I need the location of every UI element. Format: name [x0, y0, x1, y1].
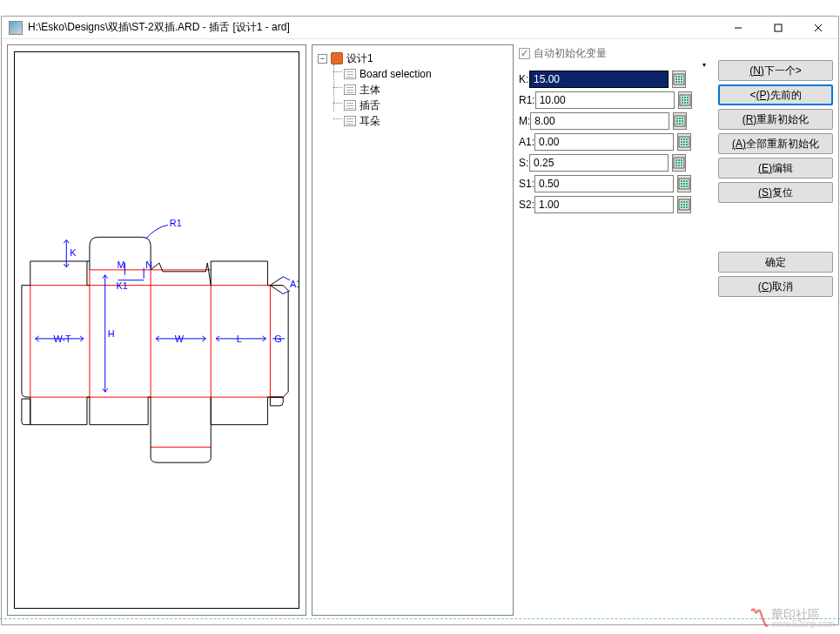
- svg-rect-69: [683, 206, 685, 208]
- svg-rect-19: [684, 102, 686, 104]
- keypad-button[interactable]: [678, 91, 692, 109]
- title-bar: H:\Esko\Designs\双插\ST-2双插.ARD - 插舌 [设计1 …: [2, 17, 838, 39]
- button-column: (N)下一个> <(P)先前的 (R)重新初始化 (A)全部重新初始化 (E)编…: [718, 60, 833, 297]
- param-row: R1:: [519, 91, 686, 109]
- svg-rect-3: [678, 76, 680, 78]
- param-input[interactable]: [534, 196, 674, 213]
- svg-rect-50: [681, 165, 682, 166]
- tree-item-board[interactable]: Board selection: [314, 66, 511, 82]
- label-l: L: [237, 334, 242, 344]
- svg-rect-34: [686, 138, 688, 140]
- preview-canvas: W-T H W L G K R1 M N K1 A1: [14, 51, 299, 609]
- label-h: H: [108, 328, 115, 339]
- collapse-icon[interactable]: −: [318, 54, 327, 64]
- leaf-icon: [344, 100, 356, 111]
- tree-item-tuck[interactable]: 插舌: [314, 98, 511, 113]
- svg-rect-65: [681, 204, 682, 206]
- leaf-icon: [344, 84, 356, 95]
- param-input[interactable]: [529, 71, 669, 88]
- keypad-button[interactable]: [677, 175, 691, 192]
- reset-button[interactable]: (S)复位: [718, 182, 833, 203]
- svg-rect-57: [686, 183, 688, 185]
- svg-rect-63: [683, 201, 685, 203]
- label-r1: R1: [170, 218, 182, 228]
- next-button[interactable]: (N)下一个>: [718, 60, 833, 81]
- svg-rect-36: [683, 141, 685, 143]
- param-row: S:: [519, 154, 686, 172]
- param-input[interactable]: [530, 112, 669, 130]
- svg-rect-47: [681, 162, 682, 164]
- label-m: M: [118, 260, 125, 270]
- svg-rect-9: [678, 81, 680, 83]
- tree-item-body[interactable]: 主体: [314, 82, 511, 98]
- keypad-button[interactable]: [677, 196, 691, 213]
- param-label: K:: [519, 73, 529, 85]
- keypad-button[interactable]: [677, 133, 691, 151]
- reinit-button[interactable]: (R)重新初始化: [718, 109, 833, 130]
- svg-rect-22: [676, 118, 678, 119]
- svg-rect-35: [681, 141, 682, 143]
- tree-item-label: Board selection: [360, 68, 432, 80]
- ok-button[interactable]: 确定: [718, 252, 833, 273]
- tree-root[interactable]: − 设计1: [314, 51, 511, 66]
- svg-rect-44: [681, 159, 682, 161]
- svg-rect-20: [687, 102, 689, 104]
- svg-rect-14: [687, 97, 689, 98]
- design-icon: [331, 52, 343, 64]
- client-area: W-T H W L G K R1 M N K1 A1: [2, 39, 838, 624]
- svg-rect-70: [686, 206, 688, 208]
- param-row: M:: [519, 112, 686, 130]
- svg-rect-43: [678, 159, 680, 161]
- svg-rect-54: [686, 180, 688, 182]
- param-label: S2:: [519, 199, 534, 211]
- svg-rect-45: [675, 162, 677, 164]
- auto-init-label: 自动初始化变量: [534, 46, 607, 61]
- tree-item-ear[interactable]: 耳朵: [314, 113, 511, 129]
- svg-rect-4: [681, 76, 682, 78]
- svg-rect-24: [682, 118, 683, 119]
- auto-init-checkbox[interactable]: ✓: [519, 48, 530, 59]
- tree-item-label: 主体: [360, 83, 380, 98]
- close-button[interactable]: [798, 17, 838, 39]
- param-label: S1:: [519, 178, 534, 190]
- svg-rect-38: [681, 144, 682, 145]
- prev-button[interactable]: <(P)先前的: [718, 84, 833, 105]
- param-label: R1:: [519, 94, 535, 106]
- maximize-button[interactable]: [758, 17, 798, 39]
- leaf-icon: [344, 69, 356, 79]
- parameter-list: K:R1:M:A1:S:S1:S2:: [519, 71, 686, 213]
- svg-rect-13: [684, 97, 686, 98]
- keypad-button[interactable]: [673, 112, 687, 130]
- svg-rect-17: [687, 99, 689, 101]
- param-input[interactable]: [529, 154, 669, 172]
- svg-rect-37: [686, 141, 688, 143]
- reinit-all-button[interactable]: (A)全部重新初始化: [718, 133, 833, 154]
- svg-rect-12: [682, 97, 683, 98]
- param-row: S1:: [519, 175, 686, 192]
- svg-rect-29: [679, 123, 681, 125]
- tree-item-label: 插舌: [360, 98, 380, 113]
- keypad-button[interactable]: [672, 154, 686, 172]
- label-k: K: [70, 247, 77, 258]
- param-input[interactable]: [534, 175, 674, 192]
- svg-rect-28: [676, 123, 678, 125]
- param-label: A1:: [519, 136, 534, 148]
- keypad-button[interactable]: [672, 71, 686, 88]
- edit-button[interactable]: (E)编辑: [718, 158, 833, 179]
- minimize-button[interactable]: [718, 17, 758, 39]
- svg-rect-40: [686, 144, 688, 145]
- dropdown-arrow-icon[interactable]: ▾: [699, 60, 709, 69]
- svg-rect-55: [681, 183, 682, 185]
- svg-rect-42: [675, 159, 677, 161]
- tree-pane: − 设计1 Board selection 主体 插舌 耳朵: [312, 44, 514, 616]
- svg-rect-16: [684, 99, 686, 101]
- svg-rect-59: [683, 185, 685, 187]
- param-input[interactable]: [534, 133, 674, 151]
- svg-rect-18: [682, 102, 683, 104]
- param-label: M:: [519, 115, 530, 127]
- watermark-url: www.52cnp.com: [771, 620, 835, 629]
- svg-rect-23: [679, 118, 681, 119]
- svg-rect-33: [683, 138, 685, 140]
- param-input[interactable]: [535, 91, 675, 109]
- cancel-button[interactable]: (C)取消: [718, 276, 833, 297]
